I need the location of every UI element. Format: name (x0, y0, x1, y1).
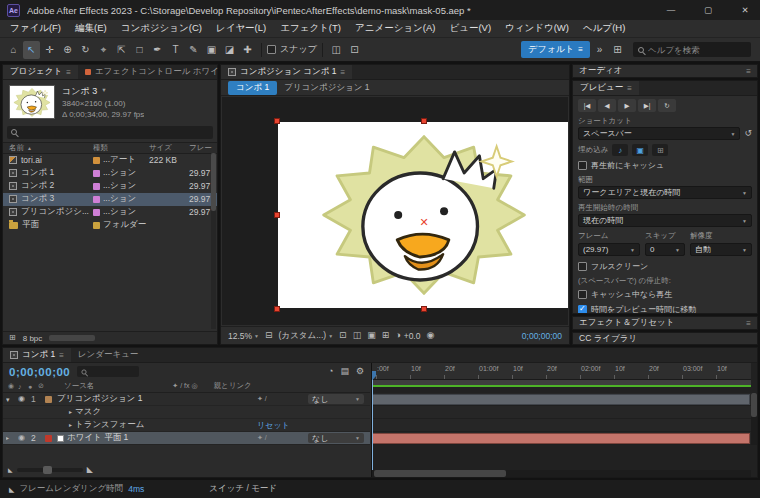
zoom-tool[interactable]: ⊕ (59, 41, 76, 59)
property-group-mask[interactable]: ▸ マスク (3, 406, 370, 419)
project-search[interactable] (7, 126, 213, 139)
tab-timeline-comp[interactable]: コンポ 1 ≡ (3, 348, 71, 362)
move-time-row[interactable]: ✓ 時間をプレビュー時間に移動 (578, 304, 752, 314)
menu-effect[interactable]: エフェクト(T) (273, 20, 348, 37)
loop-button[interactable]: ↻ (658, 99, 676, 112)
workspace-switcher[interactable]: デフォルト ≡ (521, 41, 590, 58)
layer-color-chip[interactable] (45, 435, 52, 442)
panel-menu-icon[interactable]: ≡ (746, 319, 751, 328)
include-audio-icon[interactable]: ♪ (612, 144, 628, 156)
parent-select[interactable]: なし ▼ (308, 433, 364, 443)
menu-view[interactable]: ビュー(V) (442, 20, 498, 37)
zoom-select[interactable]: 12.5%▼ (228, 331, 259, 341)
home-tool[interactable]: ⌂ (5, 41, 22, 59)
label-chip[interactable] (93, 157, 100, 164)
menu-file[interactable]: ファイル(F) (3, 20, 68, 37)
play-from-select[interactable]: 現在の時間 ▼ (578, 214, 752, 227)
source-name-column[interactable]: ソース名 (64, 381, 94, 391)
selection-handle-top-center[interactable] (421, 118, 427, 124)
project-row-comp3-selected[interactable]: コンポ 3 ...ション 29.97 (3, 193, 217, 206)
tab-render-queue[interactable]: レンダーキュー (71, 348, 146, 362)
play-if-cached-checkbox[interactable] (578, 290, 587, 299)
graph-editor-icon[interactable]: ▤ (340, 367, 349, 376)
puppet-tool[interactable]: ✚ (239, 41, 256, 59)
clone-stamp-tool[interactable]: ▣ (203, 41, 220, 59)
time-ruler[interactable]: :00f 10f 20f 01:00f 10f 20f 02:00f 10f 2… (372, 363, 751, 380)
selection-handle-mid-left[interactable] (274, 212, 280, 218)
scrollbar-thumb[interactable] (374, 470, 506, 477)
rotate-tool[interactable]: ↻ (77, 41, 94, 59)
expand-arrow-icon[interactable]: ▸ (69, 409, 72, 415)
parent-link-column[interactable]: 親とリンク (214, 381, 252, 391)
shared-views-icon[interactable]: ⊞ (609, 41, 626, 59)
grid-guides-icon[interactable]: ⊞ (382, 331, 390, 340)
project-row-comp2[interactable]: コンポ 2 ...ション 29.97 (3, 180, 217, 193)
layer-switches[interactable]: ✦ / (257, 434, 307, 442)
column-type[interactable]: 種類 (93, 143, 149, 153)
skip-select[interactable]: 0 ▼ (645, 243, 685, 256)
shape-tool[interactable]: □ (131, 41, 148, 59)
timeline-zoom-slider[interactable] (17, 468, 83, 472)
timeline-settings-icon[interactable]: ⚙ (356, 367, 364, 376)
comp-canvas[interactable]: ✕ (222, 97, 568, 325)
parent-select[interactable]: なし ▼ (308, 394, 364, 404)
prev-frame-button[interactable]: ◀ (598, 99, 616, 112)
property-group-transform[interactable]: ▸ トランスフォーム リセット (3, 419, 370, 432)
maximize-button[interactable]: ▢ (693, 0, 723, 20)
interpret-footage-icon[interactable]: ⊞ (9, 334, 16, 342)
include-layer-controls-icon[interactable]: ⊞ (652, 144, 668, 156)
cache-before-playback-checkbox[interactable] (578, 161, 587, 170)
expand-arrow-icon[interactable]: ▸ (69, 422, 72, 428)
layer-switches[interactable]: ✦ / (257, 395, 307, 403)
solo-column-icon[interactable]: ● (28, 383, 38, 390)
exposure-control[interactable]: ◑ +0.0 (395, 331, 420, 341)
pen-tool[interactable]: ✒ (149, 41, 166, 59)
collapse-caret-icon[interactable]: ▾ (6, 396, 17, 403)
include-overlays-icon[interactable]: ▣ (632, 144, 648, 156)
selection-handle-bottom-left[interactable] (274, 306, 280, 312)
hand-tool[interactable]: ✛ (41, 41, 58, 59)
layer-row-white-solid[interactable]: ▸ ◉ 2 ホワイト 平面 1 ✦ / なし ▼ (3, 432, 370, 445)
cache-before-playback-row[interactable]: 再生前にキャッシュ (578, 160, 752, 171)
layer-color-chip[interactable] (45, 396, 52, 403)
selection-handle-top-left[interactable] (274, 118, 280, 124)
panel-menu-icon[interactable]: ≡ (59, 351, 64, 360)
timeline-search[interactable] (77, 366, 139, 377)
snap-checkbox[interactable] (267, 45, 276, 54)
scrollbar-thumb[interactable] (751, 393, 757, 417)
tab-composition[interactable]: コンポジション コンポ 1 ≡ (221, 65, 352, 79)
menu-layer[interactable]: レイヤー(L) (209, 20, 273, 37)
menu-composition[interactable]: コンポジション(C) (114, 20, 209, 37)
layer-bar-white-solid[interactable] (372, 433, 750, 444)
menu-help[interactable]: ヘルプ(H) (576, 20, 632, 37)
scrollbar-thumb[interactable] (211, 153, 216, 211)
move-time-checkbox[interactable]: ✓ (578, 305, 587, 314)
label-chip[interactable] (93, 222, 100, 229)
switches-modes-toggle[interactable]: スイッチ / モード (209, 483, 277, 495)
menu-window[interactable]: ウィンドウ(W) (498, 20, 576, 37)
reset-link[interactable]: リセット (257, 420, 307, 431)
cc-libraries-panel-tab[interactable]: CC ライブラリ (572, 332, 758, 345)
project-hscroll-thumb[interactable] (49, 335, 95, 341)
play-button[interactable]: ▶ (618, 99, 636, 112)
help-search[interactable] (633, 42, 751, 57)
panel-menu-icon[interactable]: ≡ (340, 68, 345, 77)
project-vertical-scrollbar[interactable] (211, 153, 216, 329)
more-workspaces-chevron[interactable]: » (591, 41, 608, 59)
timeline-track-area[interactable]: :00f 10f 20f 01:00f 10f 20f 02:00f 10f 2… (371, 363, 757, 477)
menu-animation[interactable]: アニメーション(A) (348, 20, 443, 37)
project-row-solids-folder[interactable]: 平面 フォルダー (3, 219, 217, 232)
help-search-input[interactable] (648, 45, 746, 55)
timeline-vertical-scrollbar[interactable] (751, 393, 757, 445)
project-thumbnail[interactable] (9, 85, 55, 119)
effects-presets-panel-tab[interactable]: エフェクト＆プリセット ≡ (572, 316, 758, 330)
first-frame-button[interactable]: |◀ (578, 99, 596, 112)
zoom-out-icon[interactable]: ◣ (8, 467, 13, 473)
play-if-cached-row[interactable]: キャッシュ中なら再生 (578, 289, 752, 300)
tab-preview[interactable]: プレビュー ≡ (573, 81, 639, 95)
view-layout-select[interactable]: (カスタム...)▼ (279, 330, 334, 342)
region-of-interest-icon[interactable]: ▣ (367, 331, 376, 340)
panel-menu-icon[interactable]: ≡ (627, 84, 632, 93)
layer-row-precomp[interactable]: ▾ ◉ 1 プリコンポジション 1 ✦ / なし ▼ (3, 393, 370, 406)
label-chip[interactable] (93, 170, 100, 177)
